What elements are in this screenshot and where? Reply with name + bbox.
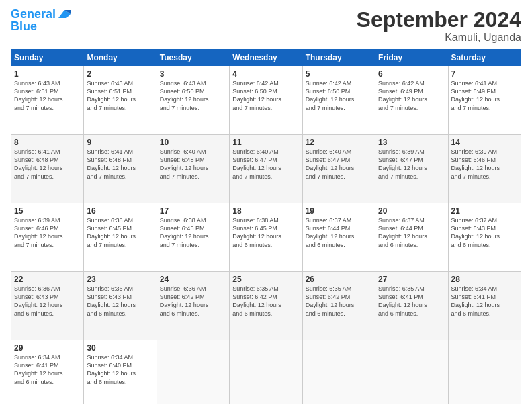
day-info: Sunrise: 6:37 AMSunset: 6:44 PMDaylight:… xyxy=(378,216,445,249)
header-tuesday: Tuesday xyxy=(157,50,229,66)
table-row: 26Sunrise: 6:35 AMSunset: 6:42 PMDayligh… xyxy=(302,272,375,340)
day-number: 22 xyxy=(14,275,81,284)
day-number: 18 xyxy=(232,206,299,216)
table-row: 24Sunrise: 6:36 AMSunset: 6:42 PMDayligh… xyxy=(157,272,229,340)
day-number: 19 xyxy=(306,206,372,216)
day-info: Sunrise: 6:37 AMSunset: 6:43 PMDaylight:… xyxy=(451,216,518,249)
header-saturday: Saturday xyxy=(448,50,521,66)
day-info: Sunrise: 6:42 AMSunset: 6:50 PMDaylight:… xyxy=(306,79,372,112)
table-row: 21Sunrise: 6:37 AMSunset: 6:43 PMDayligh… xyxy=(448,203,521,272)
day-number: 1 xyxy=(14,69,81,79)
day-number: 27 xyxy=(378,275,445,284)
day-info: Sunrise: 6:41 AMSunset: 6:49 PMDaylight:… xyxy=(451,79,518,112)
day-number: 25 xyxy=(232,275,299,284)
day-number: 20 xyxy=(378,206,445,216)
day-number: 11 xyxy=(232,138,299,147)
day-number: 16 xyxy=(87,206,153,216)
table-row: 4Sunrise: 6:42 AMSunset: 6:50 PMDaylight… xyxy=(230,66,302,135)
table-row: 9Sunrise: 6:41 AMSunset: 6:48 PMDaylight… xyxy=(84,135,157,203)
table-row: 7Sunrise: 6:41 AMSunset: 6:49 PMDaylight… xyxy=(448,66,521,135)
day-number: 2 xyxy=(87,69,153,79)
day-info: Sunrise: 6:40 AMSunset: 6:47 PMDaylight:… xyxy=(306,148,372,181)
table-row: 3Sunrise: 6:43 AMSunset: 6:50 PMDaylight… xyxy=(157,66,229,135)
day-info: Sunrise: 6:42 AMSunset: 6:50 PMDaylight:… xyxy=(232,79,299,112)
calendar-table: Sunday Monday Tuesday Wednesday Thursday… xyxy=(11,49,521,404)
day-info: Sunrise: 6:36 AMSunset: 6:43 PMDaylight:… xyxy=(87,285,153,318)
table-row: 14Sunrise: 6:39 AMSunset: 6:46 PMDayligh… xyxy=(448,135,521,203)
day-number: 30 xyxy=(87,343,153,353)
day-info: Sunrise: 6:41 AMSunset: 6:48 PMDaylight:… xyxy=(14,148,81,181)
page: General Blue September 2024 Kamuli, Ugan… xyxy=(0,0,532,411)
table-row: 23Sunrise: 6:36 AMSunset: 6:43 PMDayligh… xyxy=(84,272,157,340)
day-info: Sunrise: 6:34 AMSunset: 6:40 PMDaylight:… xyxy=(87,353,153,386)
day-info: Sunrise: 6:39 AMSunset: 6:46 PMDaylight:… xyxy=(451,148,518,181)
day-info: Sunrise: 6:43 AMSunset: 6:51 PMDaylight:… xyxy=(14,79,81,112)
table-row: 17Sunrise: 6:38 AMSunset: 6:45 PMDayligh… xyxy=(157,203,229,272)
table-row: 1Sunrise: 6:43 AMSunset: 6:51 PMDaylight… xyxy=(11,66,84,135)
calendar-title: September 2024 xyxy=(357,8,521,32)
table-row: 28Sunrise: 6:34 AMSunset: 6:41 PMDayligh… xyxy=(448,272,521,340)
day-number: 4 xyxy=(232,69,299,79)
day-info: Sunrise: 6:40 AMSunset: 6:48 PMDaylight:… xyxy=(160,148,226,181)
table-row xyxy=(375,340,448,404)
day-number: 10 xyxy=(160,138,226,147)
table-row: 2Sunrise: 6:43 AMSunset: 6:51 PMDaylight… xyxy=(84,66,157,135)
calendar-subtitle: Kamuli, Uganda xyxy=(357,32,521,44)
day-number: 23 xyxy=(87,275,153,284)
day-number: 17 xyxy=(160,206,226,216)
header-monday: Monday xyxy=(84,50,157,66)
day-number: 26 xyxy=(306,275,372,284)
table-row: 13Sunrise: 6:39 AMSunset: 6:47 PMDayligh… xyxy=(375,135,448,203)
day-info: Sunrise: 6:39 AMSunset: 6:46 PMDaylight:… xyxy=(14,216,81,249)
table-row: 6Sunrise: 6:42 AMSunset: 6:49 PMDaylight… xyxy=(375,66,448,135)
table-row: 5Sunrise: 6:42 AMSunset: 6:50 PMDaylight… xyxy=(302,66,375,135)
day-number: 24 xyxy=(160,275,226,284)
header-wednesday: Wednesday xyxy=(230,50,302,66)
day-info: Sunrise: 6:39 AMSunset: 6:47 PMDaylight:… xyxy=(378,148,445,181)
header-sunday: Sunday xyxy=(11,50,84,66)
day-info: Sunrise: 6:35 AMSunset: 6:42 PMDaylight:… xyxy=(306,285,372,318)
table-row: 10Sunrise: 6:40 AMSunset: 6:48 PMDayligh… xyxy=(157,135,229,203)
table-row: 15Sunrise: 6:39 AMSunset: 6:46 PMDayligh… xyxy=(11,203,84,272)
header: General Blue September 2024 Kamuli, Ugan… xyxy=(11,8,521,44)
table-row xyxy=(448,340,521,404)
header-thursday: Thursday xyxy=(302,50,375,66)
day-info: Sunrise: 6:41 AMSunset: 6:48 PMDaylight:… xyxy=(87,148,153,181)
table-row: 20Sunrise: 6:37 AMSunset: 6:44 PMDayligh… xyxy=(375,203,448,272)
table-row: 19Sunrise: 6:37 AMSunset: 6:44 PMDayligh… xyxy=(302,203,375,272)
table-row: 22Sunrise: 6:36 AMSunset: 6:43 PMDayligh… xyxy=(11,272,84,340)
table-row: 11Sunrise: 6:40 AMSunset: 6:47 PMDayligh… xyxy=(230,135,302,203)
day-info: Sunrise: 6:35 AMSunset: 6:42 PMDaylight:… xyxy=(232,285,299,318)
day-number: 13 xyxy=(378,138,445,147)
logo-icon xyxy=(57,9,72,19)
day-info: Sunrise: 6:38 AMSunset: 6:45 PMDaylight:… xyxy=(232,216,299,249)
day-number: 3 xyxy=(160,69,226,79)
table-row: 25Sunrise: 6:35 AMSunset: 6:42 PMDayligh… xyxy=(230,272,302,340)
table-row: 30Sunrise: 6:34 AMSunset: 6:40 PMDayligh… xyxy=(84,340,157,404)
day-number: 15 xyxy=(14,206,81,216)
day-number: 12 xyxy=(306,138,372,147)
day-info: Sunrise: 6:34 AMSunset: 6:41 PMDaylight:… xyxy=(451,285,518,318)
table-row: 16Sunrise: 6:38 AMSunset: 6:45 PMDayligh… xyxy=(84,203,157,272)
table-row: 8Sunrise: 6:41 AMSunset: 6:48 PMDaylight… xyxy=(11,135,84,203)
weekday-header-row: Sunday Monday Tuesday Wednesday Thursday… xyxy=(11,50,521,66)
day-number: 29 xyxy=(14,343,81,353)
logo-blue-text: Blue xyxy=(11,20,37,34)
day-number: 5 xyxy=(306,69,372,79)
table-row: 12Sunrise: 6:40 AMSunset: 6:47 PMDayligh… xyxy=(302,135,375,203)
day-info: Sunrise: 6:38 AMSunset: 6:45 PMDaylight:… xyxy=(160,216,226,249)
table-row xyxy=(230,340,302,404)
table-row: 27Sunrise: 6:35 AMSunset: 6:41 PMDayligh… xyxy=(375,272,448,340)
day-info: Sunrise: 6:43 AMSunset: 6:50 PMDaylight:… xyxy=(160,79,226,112)
day-number: 28 xyxy=(451,275,518,284)
title-block: September 2024 Kamuli, Uganda xyxy=(357,8,521,44)
day-number: 7 xyxy=(451,69,518,79)
day-info: Sunrise: 6:37 AMSunset: 6:44 PMDaylight:… xyxy=(306,216,372,249)
day-number: 9 xyxy=(87,138,153,147)
day-number: 6 xyxy=(378,69,445,79)
header-friday: Friday xyxy=(375,50,448,66)
day-info: Sunrise: 6:34 AMSunset: 6:41 PMDaylight:… xyxy=(14,353,81,386)
table-row: 18Sunrise: 6:38 AMSunset: 6:45 PMDayligh… xyxy=(230,203,302,272)
day-info: Sunrise: 6:36 AMSunset: 6:43 PMDaylight:… xyxy=(14,285,81,318)
day-number: 8 xyxy=(14,138,81,147)
